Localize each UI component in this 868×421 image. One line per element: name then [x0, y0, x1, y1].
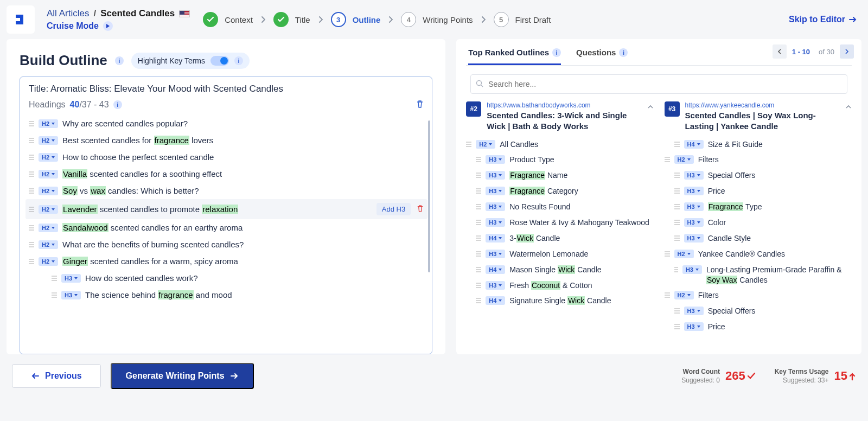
collapse-icon[interactable] [845, 103, 852, 132]
search-input[interactable] [470, 74, 847, 94]
competitor-outline-row[interactable]: H3 Watermelon Lemonade [466, 246, 653, 262]
competitor-outline-row[interactable]: H3 Rose Water & Ivy & Mahogany Teakwood [466, 215, 653, 231]
step-first-draft[interactable]: 5First Draft [494, 12, 551, 27]
heading-tag-select[interactable]: H2 [476, 140, 495, 149]
heading-text[interactable]: Vanilla scented candles for a soothing e… [62, 169, 222, 178]
heading-text[interactable]: Soy vs wax candles: Which is better? [62, 186, 199, 195]
competitor-outline-row[interactable]: H2 Filters [665, 152, 852, 168]
competitor-outline-row[interactable]: H2 All Candles [466, 137, 653, 152]
competitor-outline-row[interactable]: H3 Long-Lasting Premium-Grade Paraffin &… [665, 262, 852, 288]
competitor-outline-row[interactable]: H3 Fragrance Name [466, 168, 653, 183]
heading-text[interactable]: Lavender scented candles to promote rela… [62, 205, 238, 214]
add-h3-button[interactable]: Add H3 [376, 203, 411, 215]
heading-text[interactable]: How do scented candles work? [85, 273, 198, 283]
drag-handle-icon[interactable] [29, 138, 34, 143]
heading-tag-select[interactable]: H2 [674, 250, 694, 258]
heading-tag-select[interactable]: H3 [684, 187, 704, 195]
competitor-outline-row[interactable]: H3 No Results Found [466, 199, 653, 215]
heading-tag-select[interactable]: H3 [486, 187, 505, 195]
heading-tag-select[interactable]: H3 [684, 202, 704, 211]
drag-handle-icon[interactable] [29, 155, 34, 160]
drag-handle-icon[interactable] [29, 242, 34, 247]
competitor-outline-row[interactable]: H3 Special Offers [665, 303, 852, 319]
heading-tag-select[interactable]: H4 [486, 265, 505, 274]
skip-to-editor[interactable]: Skip to Editor [789, 15, 857, 24]
competitor-outline-row[interactable]: H4 Signature Single Wick Candle [466, 293, 653, 309]
heading-tag-select[interactable]: H2 [39, 170, 58, 178]
drag-handle-icon[interactable] [476, 188, 481, 194]
heading-tag-select[interactable]: H3 [682, 265, 702, 274]
heading-tag-select[interactable]: H3 [684, 307, 704, 315]
drag-handle-icon[interactable] [674, 204, 680, 209]
delete-row-button[interactable] [416, 205, 424, 214]
drag-handle-icon[interactable] [476, 251, 481, 257]
drag-handle-icon[interactable] [674, 308, 680, 314]
info-icon[interactable]: i [113, 100, 122, 109]
drag-handle-icon[interactable] [476, 204, 481, 209]
heading-tag-select[interactable]: H3 [486, 155, 505, 164]
drag-handle-icon[interactable] [476, 157, 481, 162]
info-icon[interactable]: i [234, 56, 243, 65]
app-logo[interactable] [7, 5, 35, 34]
step-writing-points[interactable]: 4Writing Points [401, 12, 473, 27]
drag-handle-icon[interactable] [29, 259, 34, 264]
pager-next[interactable] [840, 44, 854, 59]
heading-tag-select[interactable]: H2 [39, 153, 58, 162]
drag-handle-icon[interactable] [466, 142, 471, 147]
delete-all-button[interactable] [416, 100, 424, 110]
competitor-url[interactable]: https://www.yankeecandle.com [685, 101, 840, 109]
highlight-key-terms-toggle[interactable]: Highlight Key Terms i [131, 53, 250, 69]
drag-handle-icon[interactable] [476, 283, 481, 288]
heading-tag-select[interactable]: H2 [39, 240, 58, 249]
competitor-outline-row[interactable]: H4 Size & Fit Guide [665, 137, 852, 152]
heading-text[interactable]: Ginger scented candles for a warm, spicy… [62, 257, 238, 266]
drag-handle-icon[interactable] [674, 142, 680, 147]
competitor-outline-row[interactable]: H3 Fragrance Type [665, 199, 852, 215]
tab-outlines[interactable]: Top Ranked Outlinesi [468, 47, 561, 65]
heading-tag-select[interactable]: H3 [684, 322, 704, 331]
heading-tag-select[interactable]: H3 [486, 171, 505, 180]
drag-handle-icon[interactable] [674, 267, 678, 272]
collapse-icon[interactable] [647, 103, 654, 132]
previous-button[interactable]: Previous [12, 364, 101, 388]
competitor-outline-row[interactable]: H3 Special Offers [665, 168, 852, 183]
competitor-outline-row[interactable]: H3 Fragrance Category [466, 183, 653, 199]
competitor-outline-row[interactable]: H2 Yankee Candle® Candles [665, 246, 852, 262]
drag-handle-icon[interactable] [665, 292, 670, 298]
heading-tag-select[interactable]: H2 [39, 136, 58, 145]
heading-tag-select[interactable]: H2 [39, 205, 58, 214]
heading-tag-select[interactable]: H3 [684, 171, 704, 180]
drag-handle-icon[interactable] [476, 235, 481, 241]
heading-tag-select[interactable]: H3 [684, 218, 704, 227]
drag-handle-icon[interactable] [674, 173, 680, 178]
pager-prev[interactable] [773, 44, 787, 59]
heading-text[interactable]: Best scented candles for fragrance lover… [62, 136, 213, 145]
competitor-outline-row[interactable]: H3 Fresh Coconut & Cotton [466, 278, 653, 294]
drag-handle-icon[interactable] [476, 220, 481, 225]
breadcrumb-root[interactable]: All Articles [47, 8, 89, 19]
drag-handle-icon[interactable] [29, 121, 34, 126]
drag-handle-icon[interactable] [52, 292, 57, 298]
heading-tag-select[interactable]: H3 [684, 234, 704, 243]
heading-text[interactable]: How to choose the perfect scented candle [62, 152, 214, 162]
competitor-outline-row[interactable]: H3 Price [665, 183, 852, 199]
drag-handle-icon[interactable] [52, 276, 57, 281]
heading-tag-select[interactable]: H4 [486, 234, 505, 243]
drag-handle-icon[interactable] [29, 207, 34, 212]
drag-handle-icon[interactable] [476, 173, 481, 178]
drag-handle-icon[interactable] [29, 188, 34, 194]
heading-tag-select[interactable]: H2 [39, 187, 58, 195]
heading-tag-select[interactable]: H2 [674, 291, 694, 299]
drag-handle-icon[interactable] [29, 171, 34, 177]
heading-text[interactable]: What are the benefits of burning scented… [62, 240, 244, 249]
drag-handle-icon[interactable] [674, 235, 680, 241]
heading-tag-select[interactable]: H2 [674, 155, 694, 164]
cruise-mode-button[interactable]: Cruise Mode [47, 21, 190, 31]
heading-tag-select[interactable]: H2 [39, 119, 58, 128]
heading-tag-select[interactable]: H3 [486, 218, 505, 227]
competitor-outline-row[interactable]: H3 Price [665, 319, 852, 335]
step-title[interactable]: Title [273, 12, 310, 27]
competitor-outline-row[interactable]: H3 Candle Style [665, 231, 852, 246]
heading-tag-select[interactable]: H4 [684, 140, 704, 149]
tab-questions[interactable]: Questionsi [576, 47, 628, 65]
